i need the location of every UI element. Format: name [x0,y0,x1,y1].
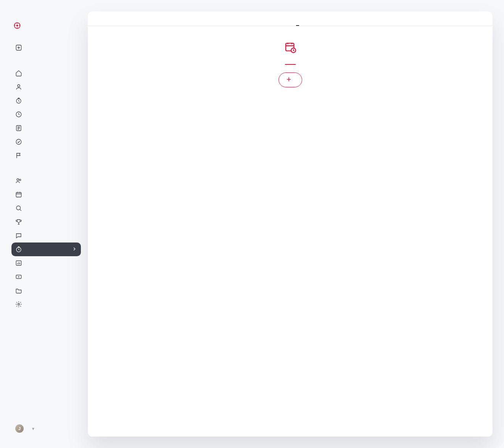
nav-time-personal[interactable] [11,94,81,108]
plus-icon [286,76,292,83]
stopwatch-icon [15,246,22,253]
chevron-down-icon: ▼ [31,427,35,431]
tab-general[interactable] [282,11,285,26]
trophy-icon [15,218,22,225]
svg-point-1 [16,25,18,27]
add-schedule-button[interactable] [279,72,302,87]
nav-leave[interactable] [11,108,81,121]
chart-icon [15,260,22,267]
svg-point-8 [17,178,19,180]
flag-icon [15,152,22,159]
calendar-clock-icon [284,41,296,53]
nav-profile[interactable] [11,80,81,94]
nav-survey[interactable] [11,229,81,242]
nav-home[interactable] [11,66,81,80]
check-icon [15,138,22,145]
tab-settings[interactable] [296,11,299,26]
nav-recruit[interactable] [11,201,81,215]
nav-reports[interactable] [11,256,81,270]
sidebar: J ▼ [11,11,88,448]
calendar-icon [15,191,22,198]
clock-icon [15,111,22,118]
main-panel [88,11,493,437]
nav-performance[interactable] [11,215,81,229]
money-icon [15,273,22,280]
apps-icon [15,44,22,51]
document-icon [15,125,22,132]
gear-icon [15,301,22,308]
logo[interactable] [14,22,81,29]
chevron-right-icon [72,246,77,253]
user-menu[interactable]: J ▼ [11,421,81,437]
tabs [88,11,493,26]
time-icon [15,97,22,104]
nav-collaborators[interactable] [11,174,81,188]
nav-goals[interactable] [11,149,81,162]
hero [191,41,390,87]
svg-point-11 [16,206,21,210]
search-user-icon [15,205,22,212]
nav-applications[interactable] [11,40,81,55]
nav-company[interactable] [11,297,81,311]
svg-point-3 [18,85,20,87]
nav-calendar[interactable] [11,188,81,201]
profile-icon [15,83,22,90]
divider [285,64,296,65]
nav-tasks[interactable] [11,135,81,149]
svg-point-15 [18,303,20,305]
nav-docs[interactable] [11,121,81,135]
home-icon [15,70,22,77]
svg-rect-10 [16,193,21,197]
avatar: J [15,424,24,433]
users-icon [15,177,22,184]
nav-files[interactable] [11,284,81,297]
svg-point-7 [16,139,21,145]
nav-time-company[interactable] [11,242,81,256]
logo-icon [14,22,21,29]
nav-evp[interactable] [11,270,81,284]
svg-point-9 [19,179,21,181]
chat-icon [15,232,22,239]
folder-icon [15,287,22,294]
